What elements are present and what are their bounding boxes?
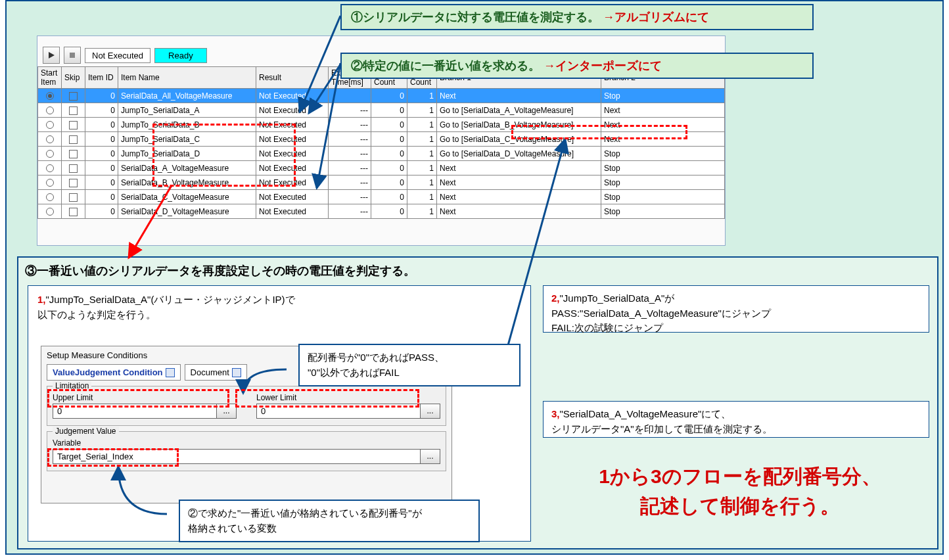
exec-time-cell: --- (329, 118, 371, 132)
item-id-cell: 0 (85, 161, 118, 175)
branch-2-cell: Next (601, 103, 725, 118)
tab-vj-label: ValueJudgement Condition (53, 367, 163, 377)
step-1-line-a: "JumpTo_SerialData_A"(バリュー・ジャッジメントIP)で (46, 294, 295, 305)
branch-2-cell: Stop (601, 89, 725, 103)
branch-1-cell: Go to [SerialData_A_VoltageMeasure] (437, 103, 601, 118)
col-item-name[interactable]: Item Name (118, 67, 256, 89)
test-grid[interactable]: StartItem Skip Item ID Item Name Result … (37, 66, 725, 219)
section-3-title: ③一番近い値のシリアルデータを再度設定しその時の電圧値を判定する。 (25, 263, 415, 279)
skip-checkbox[interactable] (62, 147, 85, 161)
start-item-radio[interactable] (38, 190, 62, 204)
step-3-num: 3, (551, 408, 560, 419)
item-name-cell: SerialData_All_VoltageMeasure (118, 89, 256, 103)
upper-limit-browse[interactable]: ... (217, 404, 237, 419)
exec-time-cell (329, 89, 371, 103)
start-item-radio[interactable] (38, 175, 62, 190)
summary-b: 記述して制御を行う。 (640, 495, 840, 517)
summary-a: 1から3のフローを配列番号分、 (599, 465, 881, 487)
popout-icon[interactable] (232, 368, 241, 377)
col-skip[interactable]: Skip (62, 67, 85, 89)
start-item-radio[interactable] (38, 103, 62, 118)
judgement-value-legend: Judgement Value (53, 427, 119, 436)
skip-checkbox[interactable] (62, 132, 85, 147)
upper-limit-label: Upper Limit (53, 393, 93, 402)
step-1-num: 1, (37, 294, 46, 305)
popup-pass-b: "0"以外であればFAIL (308, 367, 400, 378)
lower-limit-browse[interactable]: ... (421, 404, 440, 419)
item-id-cell: 0 (85, 190, 118, 204)
exec-time-cell: --- (329, 147, 371, 161)
col-result[interactable]: Result (256, 67, 329, 89)
start-item-radio[interactable] (38, 132, 62, 147)
item-id-cell: 0 (85, 147, 118, 161)
skip-checkbox[interactable] (62, 89, 85, 103)
step-2-num: 2, (551, 292, 560, 304)
limitation-legend: Limitation (53, 381, 91, 390)
upper-limit-input[interactable] (53, 404, 217, 419)
skip-checkbox[interactable] (62, 204, 85, 219)
exec-time-cell: --- (329, 190, 371, 204)
popup-pass-a: 配列番号が"0"であればPASS、 (308, 352, 444, 363)
skip-checkbox[interactable] (62, 175, 85, 190)
play-button[interactable] (43, 47, 60, 64)
table-row[interactable]: 0SerialData_D_VoltageMeasureNot Executed… (38, 204, 725, 219)
result-cell: Not Executed (256, 103, 329, 118)
item-name-cell: JumpTo_SerialData_D (118, 147, 256, 161)
start-item-radio[interactable] (38, 118, 62, 132)
start-item-radio[interactable] (38, 147, 62, 161)
branch-2-cell: Stop (601, 161, 725, 175)
step-2-panel: 2,"JumpTo_SerialData_A"が PASS:"SerialDat… (543, 285, 929, 333)
exec-count-cell: 0 (371, 103, 407, 118)
section-3-num: ③ (25, 264, 37, 277)
result-cell: Not Executed (256, 190, 329, 204)
branch-1-cell: Next (437, 89, 601, 103)
judgement-value-fieldset: Judgement Value Variable ... (47, 431, 446, 471)
start-item-radio[interactable] (38, 89, 62, 103)
svg-rect-1 (70, 53, 75, 58)
table-row[interactable]: 0JumpTo_SerialData_CNot Executed---01Go … (38, 132, 725, 147)
popout-icon[interactable] (166, 368, 175, 377)
lower-limit-input[interactable] (256, 404, 421, 419)
summary-text: 1から3のフローを配列番号分、 記述して制御を行う。 (549, 461, 931, 521)
result-cell: Not Executed (256, 132, 329, 147)
table-row[interactable]: 0SerialData_C_VoltageMeasureNot Executed… (38, 190, 725, 204)
tab-doc-label: Document (191, 367, 229, 377)
exec-count-cell: 0 (371, 132, 407, 147)
branch-1-cell: Next (437, 175, 601, 190)
col-start-item[interactable]: StartItem (38, 67, 62, 89)
loop-count-cell: 1 (407, 147, 437, 161)
start-item-radio[interactable] (38, 161, 62, 175)
skip-checkbox[interactable] (62, 118, 85, 132)
table-row[interactable]: 0SerialData_B_VoltageMeasureNot Executed… (38, 175, 725, 190)
skip-checkbox[interactable] (62, 103, 85, 118)
exec-time-cell: --- (329, 103, 371, 118)
stop-button[interactable] (64, 47, 81, 64)
variable-browse[interactable]: ... (421, 449, 440, 464)
svg-marker-0 (49, 52, 55, 58)
skip-checkbox[interactable] (62, 190, 85, 204)
loop-count-cell: 1 (407, 132, 437, 147)
variable-input[interactable] (53, 449, 421, 464)
table-row[interactable]: 0JumpTo_SerialData_DNot Executed---01Go … (38, 147, 725, 161)
tab-document[interactable]: Document (185, 364, 247, 381)
item-id-cell: 0 (85, 118, 118, 132)
play-icon (47, 51, 55, 59)
step-3-panel: 3,"SerialData_A_VoltageMeasure"にて、 シリアルデ… (543, 401, 929, 438)
table-row[interactable]: 0JumpTo_SerialData_BNot Executed---01Go … (38, 118, 725, 132)
step-1-text: 1,"JumpTo_SerialData_A"(バリュー・ジャッジメントIP)で… (37, 292, 521, 322)
explanation-section: ③一番近い値のシリアルデータを再度設定しその時の電圧値を判定する。 1,"Jum… (17, 256, 938, 549)
start-item-radio[interactable] (38, 204, 62, 219)
table-row[interactable]: 0SerialData_A_VoltageMeasureNot Executed… (38, 161, 725, 175)
lower-limit-label: Lower Limit (256, 393, 296, 402)
result-cell: Not Executed (256, 89, 329, 103)
section-3-text: 一番近い値のシリアルデータを再度設定しその時の電圧値を判定する。 (37, 264, 415, 277)
item-name-cell: SerialData_B_VoltageMeasure (118, 175, 256, 190)
col-item-id[interactable]: Item ID (85, 67, 118, 89)
step-2-a: "JumpTo_SerialData_A"が (560, 292, 675, 304)
table-row[interactable]: 0SerialData_All_VoltageMeasureNot Execut… (38, 89, 725, 103)
table-row[interactable]: 0JumpTo_SerialData_ANot Executed---01Go … (38, 103, 725, 118)
skip-checkbox[interactable] (62, 161, 85, 175)
result-cell: Not Executed (256, 161, 329, 175)
tab-value-judgement[interactable]: ValueJudgement Condition (47, 364, 181, 381)
item-name-cell: JumpTo_SerialData_C (118, 132, 256, 147)
